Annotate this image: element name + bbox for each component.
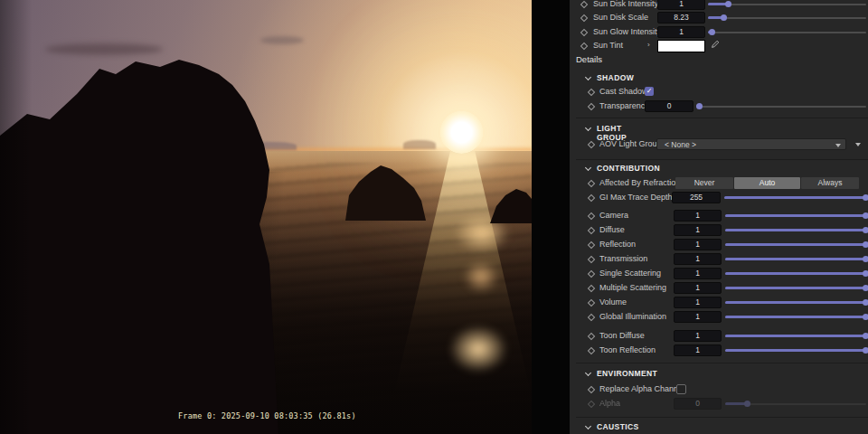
value-input[interactable]: 1 — [657, 26, 705, 38]
property-label: Volume — [599, 297, 627, 307]
property-row-sun-disk-scale: Sun Disk Scale 8.23 — [570, 12, 868, 25]
property-label: Sun Tint — [593, 41, 623, 50]
property-label: Global Illumination — [599, 312, 666, 321]
slider[interactable] — [724, 196, 866, 199]
keyframe-diamond-icon[interactable] — [588, 103, 595, 110]
chevron-down-icon — [585, 370, 591, 376]
keyframe-diamond-icon[interactable] — [580, 14, 588, 22]
keyframe-diamond-icon[interactable] — [588, 180, 595, 187]
value-input[interactable]: 8.23 — [657, 12, 705, 24]
property-label: Single Scattering — [599, 269, 661, 278]
slider[interactable] — [725, 335, 866, 337]
value-input[interactable]: 1 — [674, 311, 722, 323]
property-row-camera: Camera 1 — [570, 210, 868, 223]
rendered-scene: Frame 0: 2025-09-10 08:03:35 (26.81s) — [0, 0, 532, 434]
property-label: AOV Light Group — [599, 139, 662, 148]
section-separator — [576, 118, 868, 118]
details-heading: Details — [576, 54, 602, 64]
keyframe-diamond-icon[interactable] — [588, 241, 595, 249]
property-row-diffuse: Diffuse 1 — [570, 224, 868, 238]
segment-never[interactable]: Never — [675, 177, 733, 189]
slider[interactable] — [708, 3, 866, 5]
value-input[interactable]: 1 — [657, 0, 705, 10]
property-label: Alpha — [599, 399, 620, 408]
slider[interactable] — [725, 214, 866, 217]
keyframe-diamond-icon[interactable] — [588, 141, 595, 148]
keyframe-diamond-icon[interactable] — [588, 270, 595, 278]
dropdown-extra-button[interactable] — [855, 143, 861, 146]
keyframe-diamond-icon[interactable] — [588, 386, 595, 393]
property-row-cast-shadow: Cast Shadow ✓ — [570, 86, 868, 99]
property-row-gi-max-trace-depth: GI Max Trace Depth 255 — [570, 192, 868, 205]
property-row-transparency: Transparency 0 — [570, 100, 868, 114]
value-input[interactable]: 1 — [674, 268, 722, 279]
slider[interactable] — [725, 229, 866, 231]
chevron-down-icon — [585, 74, 591, 80]
slider[interactable] — [725, 316, 866, 318]
property-row-toon-diffuse: Toon Diffuse 1 — [570, 330, 868, 344]
slider[interactable] — [725, 258, 866, 260]
value-input[interactable]: 0 — [645, 100, 693, 112]
keyframe-diamond-icon[interactable] — [588, 299, 595, 307]
keyframe-diamond-icon[interactable] — [588, 227, 595, 234]
property-row-sun-tint: Sun Tint › — [570, 40, 868, 53]
slider[interactable] — [725, 301, 866, 304]
keyframe-diamond-icon — [588, 401, 595, 408]
property-row-aov-light-group: AOV Light Group < None > — [570, 138, 868, 152]
eyedropper-icon[interactable] — [710, 40, 720, 51]
slider[interactable] — [725, 349, 866, 352]
cast-shadow-checkbox[interactable]: ✓ — [645, 87, 654, 96]
keyframe-diamond-icon[interactable] — [588, 285, 595, 292]
section-separator — [576, 159, 868, 160]
keyframe-diamond-icon[interactable] — [588, 194, 595, 202]
keyframe-diamond-icon[interactable] — [588, 256, 595, 263]
property-label: Transmission — [599, 254, 647, 263]
slider[interactable] — [708, 16, 866, 19]
keyframe-diamond-icon[interactable] — [588, 314, 595, 321]
property-label: Affected By Refraction — [599, 178, 680, 187]
section-separator — [576, 417, 868, 418]
property-row-reflection: Reflection 1 — [570, 239, 868, 252]
chevron-down-icon — [585, 423, 591, 429]
keyframe-diamond-icon[interactable] — [580, 29, 588, 36]
segment-always[interactable]: Always — [801, 177, 859, 189]
slider[interactable] — [696, 105, 866, 108]
keyframe-diamond-icon[interactable] — [588, 89, 595, 96]
value-input: 0 — [674, 398, 722, 410]
keyframe-diamond-icon[interactable] — [580, 1, 588, 8]
color-swatch[interactable] — [657, 40, 705, 52]
keyframe-diamond-icon[interactable] — [588, 212, 595, 220]
chevron-down-icon — [585, 165, 591, 171]
value-input[interactable]: 1 — [674, 297, 722, 308]
replace-alpha-checkbox[interactable] — [676, 384, 686, 394]
value-input[interactable]: 1 — [674, 210, 722, 222]
chevron-down-icon — [585, 125, 591, 131]
value-input[interactable]: 255 — [672, 192, 721, 203]
segment-auto[interactable]: Auto — [734, 177, 800, 189]
value-input[interactable]: 1 — [674, 282, 722, 294]
value-input[interactable]: 1 — [674, 344, 722, 356]
property-label: Sun Glow Intensity — [593, 27, 661, 36]
value-input[interactable]: 1 — [674, 224, 722, 236]
expander-arrow-icon[interactable]: › — [647, 41, 650, 49]
value-input[interactable]: 1 — [674, 253, 722, 265]
keyframe-diamond-icon[interactable] — [580, 42, 588, 50]
property-label: Toon Reflection — [599, 345, 656, 354]
value-input[interactable]: 1 — [674, 330, 722, 342]
keyframe-diamond-icon[interactable] — [588, 333, 595, 340]
property-label: Diffuse — [599, 225, 625, 234]
slider[interactable] — [725, 272, 866, 275]
property-label: Transparency — [599, 101, 649, 110]
property-row-sun-glow-intensity: Sun Glow Intensity 1 — [570, 26, 868, 40]
keyframe-diamond-icon[interactable] — [588, 347, 595, 354]
property-label: Toon Diffuse — [599, 331, 645, 340]
property-row-global-illumination: Global Illumination 1 — [570, 311, 868, 325]
slider[interactable] — [708, 31, 866, 33]
render-viewport[interactable]: Frame 0: 2025-09-10 08:03:35 (26.81s) — [0, 0, 571, 434]
property-row-toon-reflection: Toon Reflection 1 — [570, 344, 868, 358]
slider[interactable] — [725, 243, 866, 246]
property-row-transmission: Transmission 1 — [570, 253, 868, 267]
slider[interactable] — [725, 287, 866, 289]
value-input[interactable]: 1 — [674, 239, 722, 250]
aov-light-group-select[interactable]: < None > — [656, 138, 846, 150]
